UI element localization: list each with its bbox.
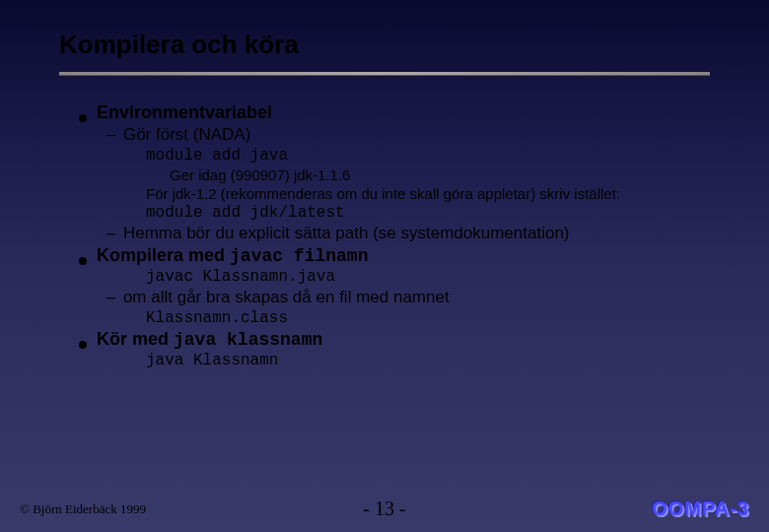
sub-item: – Hemma bör du explicit sätta path (se s… [79,224,710,243]
sub-text: Gör först (NADA) [123,125,250,145]
bullet-icon [79,114,87,122]
text-part: Kör med [97,329,174,349]
code-line: Klassnamn.class [79,309,710,327]
logo: OOMPA-3 [652,498,749,520]
sub-text: Hemma bör du explicit sätta path (se sys… [123,224,570,243]
bullet-text: Kompilera med javac filnamn [97,245,368,266]
sub-text: om allt går bra skapas då en fil med nam… [123,288,450,307]
code-inline: javac filnamn [230,246,368,266]
sub-item: – Gör först (NADA) [79,125,710,145]
bullet-item: Kompilera med javac filnamn [79,245,710,266]
bullet-text: Environmentvariabel [97,102,272,123]
code-line: java Klassnamn [79,352,710,369]
divider [59,72,710,75]
dash-icon: – [106,289,115,306]
slide-title: Kompilera och köra [59,30,710,60]
code-line: javac Klassnamn.java [79,268,710,286]
bullet-icon [79,257,87,265]
dash-icon: – [106,225,115,242]
dash-icon: – [106,126,115,144]
code-inline: java klassnamn [174,330,322,350]
code-line: module add jdk/latest [79,204,710,222]
code-line: module add java [79,147,710,165]
note-text: För jdk-1.2 (rekommenderas om du inte sk… [79,185,710,202]
page-number: - 13 - [363,498,405,520]
slide: Kompilera och köra Environmentvariabel –… [0,0,769,532]
note-text: Ger idag (990907) jdk-1.1.6 [79,166,710,183]
bullet-text: Kör med java klassnamn [97,329,322,350]
text-part: Kompilera med [97,245,230,265]
footer: © Björn Eiderbäck 1999 - 13 - OOMPA-3 [0,498,769,520]
bullet-icon [79,341,87,349]
bullet-item: Environmentvariabel [79,102,710,123]
content-area: Environmentvariabel – Gör först (NADA) m… [59,102,710,369]
sub-item: – om allt går bra skapas då en fil med n… [79,288,710,307]
copyright-text: © Björn Eiderbäck 1999 [20,501,146,517]
bullet-item: Kör med java klassnamn [79,329,710,350]
